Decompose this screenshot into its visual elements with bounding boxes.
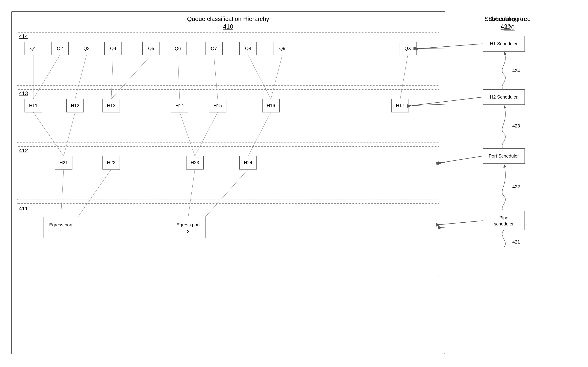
q7-label: Q7 [211,46,217,51]
svg-rect-2 [11,11,445,354]
h1-sched-label: H1 Scheduler [486,47,514,52]
svg-line-31 [33,55,60,99]
h11-label: H11 [29,103,37,108]
q3-label: Q3 [83,46,89,51]
h17-label: H17 [396,103,404,108]
svg-line-37 [248,55,271,99]
svg-rect-3 [17,32,439,86]
q1-label: Q1 [30,46,36,51]
q4-label: Q4 [110,46,116,51]
egress1-number: 1 [59,229,62,234]
qx-label: QX [404,46,411,51]
egress1-label: Egress port [49,222,72,227]
svg-line-44 [195,112,218,156]
svg-rect-22 [17,147,439,200]
svg-line-47 [78,169,111,217]
q2-label: Q2 [57,46,63,51]
port-sched-label: Port Scheduler [485,157,515,162]
h14-label: H14 [176,103,184,108]
h2-sched-label: H2 Scheduler [486,100,514,105]
svg-line-49 [205,169,248,217]
left-title: Queue classification Hierarchy [187,15,269,22]
q9-label: Q9 [279,46,285,51]
svg-line-41 [64,112,75,156]
right-title: Scheduling tree [484,15,527,22]
label-411: 411 [19,206,28,211]
q8-label: Q8 [245,46,251,51]
h12-label: H12 [71,103,79,108]
h22-label: H22 [107,160,115,165]
q6-label: Q6 [175,46,181,51]
label-414: 414 [19,33,28,39]
egress2-number: 2 [187,229,189,234]
h24-label: H24 [244,160,252,165]
svg-line-54 [418,49,479,50]
svg-line-57 [443,225,479,227]
svg-line-55 [411,103,479,106]
label-412: 412 [19,147,28,153]
h15-label: H15 [213,103,222,108]
svg-line-40 [33,112,64,156]
svg-line-35 [178,55,180,99]
svg-rect-28 [44,217,78,238]
label-413: 413 [19,90,28,96]
svg-rect-27 [17,204,439,276]
conn-424: 424 [507,129,515,134]
right-title-number: 420 [500,23,511,30]
conn-422: 422 [507,190,515,195]
h16-label: H16 [267,103,275,108]
pipe-sched-label: Pipe scheduler [485,221,515,226]
h13-label: H13 [107,103,115,108]
svg-line-39 [400,55,408,99]
svg-line-38 [271,55,282,99]
egress2-label: Egress port [177,222,200,227]
svg-line-43 [180,112,195,156]
svg-rect-29 [171,217,205,238]
conn-423: 423 [507,184,514,189]
left-title-number: 410 [223,23,233,30]
h21-label: H21 [59,160,68,165]
svg-line-32 [75,55,87,99]
h23-label: H23 [191,160,199,165]
svg-line-36 [214,55,218,99]
svg-line-34 [111,55,151,99]
svg-line-33 [111,55,113,99]
svg-line-56 [443,160,479,163]
svg-line-48 [188,169,195,217]
q5-label: Q5 [148,46,154,51]
svg-rect-14 [17,89,439,143]
svg-line-46 [61,169,64,217]
conn-421: 421 [507,243,515,248]
svg-line-45 [248,112,271,156]
